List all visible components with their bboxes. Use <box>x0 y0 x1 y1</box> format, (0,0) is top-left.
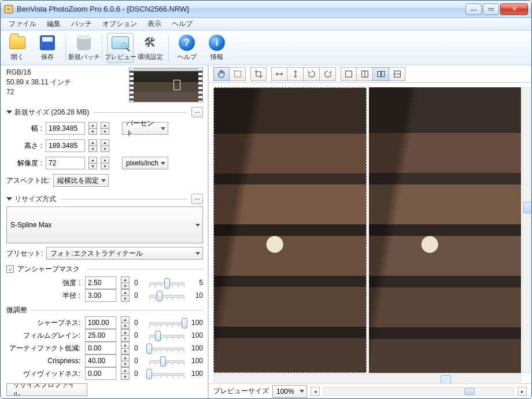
res-spinner2[interactable]: ▲▼ <box>101 157 109 169</box>
preview-button[interactable]: プレビュー <box>107 33 134 63</box>
split-h-icon <box>360 69 370 79</box>
view-split-h-button[interactable] <box>357 67 373 81</box>
footer-hscroll[interactable] <box>323 387 514 396</box>
open-button[interactable]: 開く <box>4 33 31 63</box>
resize-more-button[interactable]: … <box>191 194 203 204</box>
vividness-slider[interactable] <box>149 368 184 379</box>
new-batch-button[interactable]: 新規バッチ <box>71 33 97 63</box>
original-dpi: 72 <box>6 87 125 97</box>
size-unit-combo[interactable]: パーセント <box>122 122 168 135</box>
vividness-spin[interactable]: ▲▼ <box>121 367 130 380</box>
radius-slider[interactable] <box>149 290 184 301</box>
artifact-spin[interactable]: ▲▼ <box>121 342 130 354</box>
menu-options[interactable]: オプション <box>98 17 142 31</box>
artifact-slider[interactable] <box>149 343 184 353</box>
disclose-resize-icon[interactable] <box>6 197 12 201</box>
sharpness-slider[interactable] <box>149 317 184 328</box>
artifact-input[interactable] <box>85 342 116 354</box>
single-icon <box>344 69 353 79</box>
preview-panel: プレビューサイズ 100% ◂ ▸ <box>209 65 531 398</box>
titlebar: BenVista PhotoZoom Pro 6.0.6 - [DSCN2566… <box>1 1 531 18</box>
vividness-input[interactable] <box>85 367 116 380</box>
marquee-tool[interactable] <box>230 67 246 81</box>
strength-input[interactable] <box>85 276 116 289</box>
preview-hscroll[interactable] <box>213 374 521 382</box>
crispness-slider[interactable] <box>149 356 184 366</box>
crispness-input[interactable] <box>85 354 116 367</box>
pan-tool[interactable] <box>213 67 230 81</box>
menu-batch[interactable]: バッチ <box>66 17 97 31</box>
view-side-by-side-button[interactable] <box>373 67 389 81</box>
height-input[interactable] <box>46 139 85 152</box>
newsize-more-button[interactable]: … <box>191 107 203 117</box>
menu-help[interactable]: ヘルプ <box>167 17 197 31</box>
res-unit-combo[interactable]: pixels/inch <box>122 157 168 169</box>
radius-input[interactable] <box>85 289 116 302</box>
grain-input[interactable] <box>85 329 116 342</box>
view-split-v-button[interactable] <box>389 67 405 81</box>
info-button[interactable]: i 情報 <box>204 33 230 63</box>
save-icon <box>40 35 55 50</box>
database-icon <box>77 35 91 50</box>
maximize-button[interactable]: ▭ <box>483 3 499 15</box>
save-button[interactable]: 保存 <box>34 33 61 63</box>
folder-icon <box>9 36 25 49</box>
menu-edit[interactable]: 編集 <box>42 17 65 31</box>
rotate-cw-button[interactable] <box>320 67 336 81</box>
svg-rect-4 <box>378 71 380 76</box>
height-spinner2[interactable]: ▲▼ <box>101 139 109 152</box>
split-v-icon <box>393 69 402 79</box>
scroll-left-button[interactable]: ◂ <box>311 387 320 396</box>
original-size: 50.89 x 38.11 インチ <box>6 77 125 87</box>
preview-viewport[interactable] <box>209 83 531 383</box>
prefs-button[interactable]: 🛠 環境設定 <box>137 33 164 63</box>
resolution-input[interactable] <box>46 157 85 169</box>
disclose-newsize-icon[interactable] <box>6 110 12 114</box>
flip-h-icon <box>275 69 284 79</box>
app-icon <box>4 5 13 14</box>
crispness-spin[interactable]: ▲▼ <box>121 354 130 367</box>
window-title: BenVista PhotoZoom Pro 6.0.6 - [DSCN2566… <box>17 5 466 13</box>
info-icon: i <box>209 35 225 51</box>
preset-combo[interactable]: フォト:エクストラディテール <box>46 247 203 260</box>
navigator-selection[interactable] <box>173 80 180 90</box>
crop-tool[interactable] <box>250 67 267 81</box>
strength-slider[interactable] <box>149 278 184 288</box>
preview-right[interactable] <box>369 87 521 373</box>
sharpness-input[interactable] <box>85 316 116 329</box>
view-single-button[interactable] <box>341 67 357 81</box>
navigator-thumbnail[interactable] <box>129 68 203 102</box>
help-icon: ? <box>179 35 195 51</box>
height-spinner[interactable]: ▲▼ <box>88 139 97 152</box>
width-input[interactable] <box>46 122 85 135</box>
sharpness-spin[interactable]: ▲▼ <box>121 316 130 329</box>
tools-icon: 🛠 <box>142 34 159 51</box>
res-spinner[interactable]: ▲▼ <box>88 157 97 169</box>
aspect-combo[interactable]: 縦横比を固定 <box>53 174 109 187</box>
grain-spin[interactable]: ▲▼ <box>121 329 130 342</box>
flip-v-button[interactable] <box>287 67 304 81</box>
flip-h-button[interactable] <box>271 67 287 81</box>
menu-view[interactable]: 表示 <box>143 17 166 31</box>
scroll-right-button[interactable]: ▸ <box>518 387 527 396</box>
width-spinner2[interactable]: ▲▼ <box>101 122 109 135</box>
color-mode: RGB/16 <box>6 68 125 77</box>
rotate-ccw-button[interactable] <box>304 67 320 81</box>
unsharp-checkbox[interactable]: ✓ <box>6 265 14 273</box>
close-button[interactable]: ✕ <box>500 3 528 15</box>
menu-file[interactable]: ファイル <box>4 17 41 31</box>
width-spinner[interactable]: ▲▼ <box>88 122 97 135</box>
strength-spin[interactable]: ▲▼ <box>121 276 130 289</box>
select-icon <box>233 69 242 79</box>
preview-left[interactable] <box>213 87 367 373</box>
grain-slider[interactable] <box>149 330 184 341</box>
radius-spin[interactable]: ▲▼ <box>121 289 130 302</box>
preview-zoom-combo[interactable]: 100% <box>272 385 307 398</box>
newsize-header: 新規サイズ (206.28 MB) <box>14 108 89 117</box>
resize-method-combo[interactable]: S-Spline Max <box>6 206 203 243</box>
help-button[interactable]: ? ヘルプ <box>173 33 200 63</box>
minimize-button[interactable]: — <box>466 3 482 15</box>
crop-icon <box>254 69 263 79</box>
preview-vscroll[interactable] <box>522 87 530 373</box>
resize-profile-button[interactable]: リサイズプロファイル... <box>6 383 87 396</box>
